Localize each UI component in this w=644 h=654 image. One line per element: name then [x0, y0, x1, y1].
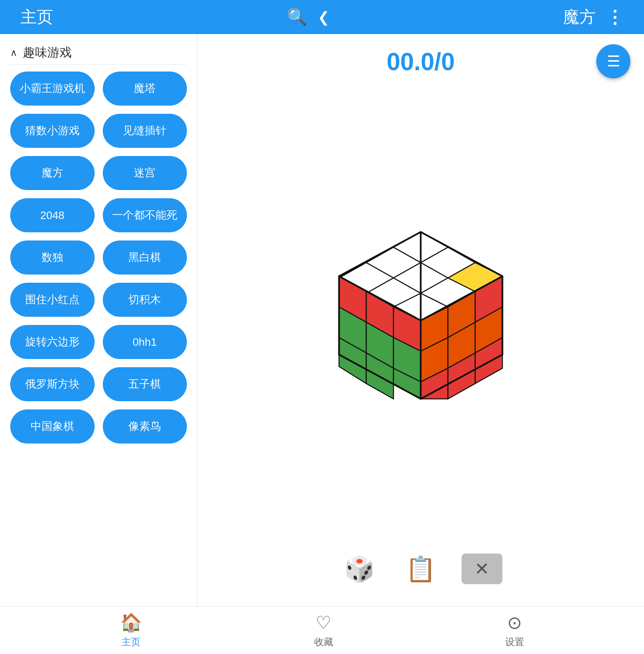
game-button-7[interactable]: 一个都不能死 [103, 198, 187, 232]
more-menu-icon[interactable]: ⋮ [606, 7, 624, 27]
back-icon[interactable]: ❮ [318, 9, 329, 26]
cube-svg [319, 222, 523, 412]
search-icon[interactable]: 🔍 [287, 7, 307, 27]
list-icon: 📋 [405, 555, 436, 583]
game-button-13[interactable]: 0hh1 [103, 325, 187, 359]
nav-settings-label: 设置 [505, 636, 524, 649]
game-button-8[interactable]: 数独 [10, 240, 95, 275]
game-button-1[interactable]: 魔塔 [103, 72, 187, 106]
bottom-nav: 🏠 主页 ♡ 收藏 ⊙ 设置 [0, 606, 644, 654]
nav-item-home[interactable]: 🏠 主页 [120, 612, 142, 649]
dice-icon: 🎲 [344, 555, 375, 583]
delete-icon: ✕ [474, 559, 489, 579]
game-button-5[interactable]: 迷宫 [103, 156, 187, 190]
home-title[interactable]: 主页 [20, 6, 53, 28]
games-grid: 小霸王游戏机魔塔猜数小游戏见缝插针魔方迷宫2048一个都不能死数独黑白棋围住小红… [10, 72, 187, 443]
game-button-6[interactable]: 2048 [10, 198, 95, 232]
main-container: ∧ 趣味游戏 小霸王游戏机魔塔猜数小游戏见缝插针魔方迷宫2048一个都不能死数独… [0, 34, 644, 606]
menu-fab-button[interactable]: ☰ [596, 44, 630, 78]
game-button-14[interactable]: 俄罗斯方块 [10, 367, 95, 401]
category-title: 趣味游戏 [23, 44, 72, 61]
game-button-10[interactable]: 围住小红点 [10, 283, 95, 317]
game-button-16[interactable]: 中国象棋 [10, 409, 95, 443]
game-button-0[interactable]: 小霸王游戏机 [10, 72, 95, 106]
right-panel: 00.0/0 ☰ [197, 34, 644, 606]
list-button[interactable]: 📋 [400, 552, 441, 586]
game-button-2[interactable]: 猜数小游戏 [10, 114, 95, 148]
page-title: 魔方 [563, 6, 596, 28]
dice-button[interactable]: 🎲 [339, 552, 380, 586]
game-button-4[interactable]: 魔方 [10, 156, 95, 190]
nav-home-label: 主页 [122, 636, 141, 649]
category-header: ∧ 趣味游戏 [10, 44, 187, 65]
header-center: 🔍 ❮ [287, 7, 329, 27]
game-button-12[interactable]: 旋转六边形 [10, 325, 95, 359]
action-buttons: 🎲 📋 ✕ [211, 538, 630, 593]
game-button-3[interactable]: 见缝插针 [103, 114, 187, 148]
delete-button[interactable]: ✕ [462, 554, 502, 584]
hamburger-icon: ☰ [607, 54, 620, 69]
settings-icon: ⊙ [507, 612, 522, 633]
home-icon: 🏠 [120, 612, 142, 633]
collapse-arrow-icon[interactable]: ∧ [10, 47, 17, 58]
game-button-11[interactable]: 切积木 [103, 283, 187, 317]
nav-item-settings[interactable]: ⊙ 设置 [505, 612, 524, 649]
app-header: 主页 🔍 ❮ 魔方 ⋮ [0, 0, 644, 34]
nav-favorites-label: 收藏 [314, 636, 333, 649]
heart-icon: ♡ [316, 612, 332, 633]
header-right: 魔方 ⋮ [563, 6, 624, 28]
score-display: 00.0/0 [387, 48, 455, 76]
left-panel: ∧ 趣味游戏 小霸王游戏机魔塔猜数小游戏见缝插针魔方迷宫2048一个都不能死数独… [0, 34, 197, 606]
header-left: 主页 [20, 6, 53, 28]
nav-item-favorites[interactable]: ♡ 收藏 [314, 612, 333, 649]
rubik-cube-image [319, 96, 523, 538]
game-button-9[interactable]: 黑白棋 [103, 240, 187, 275]
game-button-15[interactable]: 五子棋 [103, 367, 187, 401]
game-button-17[interactable]: 像素鸟 [103, 409, 187, 443]
